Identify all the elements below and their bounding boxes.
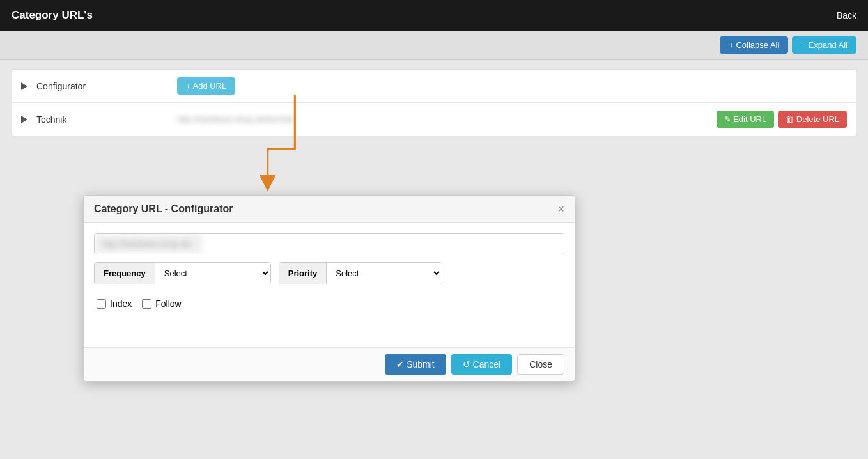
modal-header: Category URL - Configurator × [84, 196, 575, 223]
expand-all-button[interactable]: − Expand All [792, 36, 856, 54]
category-name-configurator: Configurator [36, 81, 164, 91]
freq-priority-row: Frequency Select Always Hourly Daily Wee… [94, 262, 564, 284]
checkboxes-row: Index Follow [94, 293, 564, 314]
modal-spacer [94, 318, 564, 337]
delete-url-button-technik[interactable]: 🗑 Delete URL [778, 111, 847, 128]
url-input-row: http://hardware-shop.de/ [94, 233, 564, 254]
back-button[interactable]: Back [837, 10, 856, 20]
category-url-technik: http://hardware-shop.de/technik [177, 114, 710, 124]
close-button[interactable]: Close [517, 354, 564, 375]
frequency-group: Frequency Select Always Hourly Daily Wee… [94, 262, 271, 284]
category-row-configurator: Configurator + Add URL [12, 70, 856, 103]
modal-title: Category URL - Configurator [94, 203, 233, 215]
cancel-button[interactable]: ↺ Cancel [451, 354, 512, 375]
submit-button[interactable]: ✔ Submit [385, 354, 446, 375]
follow-label: Follow [155, 299, 181, 309]
priority-label: Priority [279, 263, 327, 284]
page-title: Category URL's [12, 9, 93, 22]
toolbar-row: + Collapse All − Expand All [0, 31, 868, 60]
expand-icon-configurator[interactable] [21, 82, 27, 90]
category-row-technik: Technik http://hardware-shop.de/technik … [12, 103, 856, 136]
frequency-label: Frequency [95, 263, 155, 284]
index-label: Index [110, 299, 132, 309]
main-content: Configurator + Add URL Technik http://ha… [12, 69, 856, 136]
frequency-select[interactable]: Select Always Hourly Daily Weekly Monthl… [155, 263, 270, 284]
category-name-technik: Technik [36, 114, 164, 125]
priority-select[interactable]: Select 0.1 0.2 0.3 0.4 0.5 0.6 0.7 0.8 0… [327, 263, 442, 284]
modal-close-button[interactable]: × [557, 203, 564, 215]
priority-group: Priority Select 0.1 0.2 0.3 0.4 0.5 0.6 … [279, 262, 443, 284]
modal-wrapper: Category URL - Configurator × http://har… [83, 195, 575, 382]
modal-body: http://hardware-shop.de/ Frequency Selec… [84, 223, 575, 347]
category-url-modal: Category URL - Configurator × http://har… [83, 195, 575, 382]
collapse-all-button[interactable]: + Collapse All [720, 36, 788, 54]
follow-checkbox-label[interactable]: Follow [142, 299, 181, 309]
add-url-button-configurator[interactable]: + Add URL [177, 77, 235, 95]
top-header-bar: Category URL's Back [0, 0, 868, 31]
modal-footer: ✔ Submit ↺ Cancel Close [84, 347, 575, 381]
follow-checkbox[interactable] [142, 299, 151, 309]
url-suffix-input[interactable] [201, 234, 564, 254]
index-checkbox[interactable] [97, 299, 106, 309]
url-prefix: http://hardware-shop.de/ [95, 234, 201, 254]
index-checkbox-label[interactable]: Index [97, 299, 132, 309]
expand-icon-technik[interactable] [21, 116, 27, 123]
edit-url-button-technik[interactable]: ✎ Edit URL [717, 111, 775, 128]
